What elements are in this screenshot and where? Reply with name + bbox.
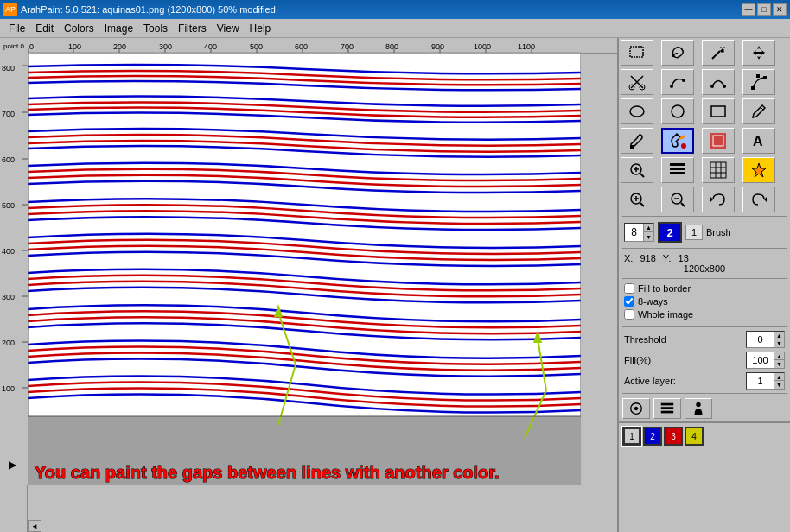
fill-percent-input[interactable]: 100 ▲ ▼	[746, 352, 785, 369]
layer-swatch-2[interactable]: 2	[643, 427, 662, 446]
curve-select-tool[interactable]	[661, 69, 694, 95]
undo-tool[interactable]	[702, 187, 735, 212]
svg-text:800: 800	[2, 64, 15, 73]
zoom-area-tool[interactable]	[621, 157, 653, 183]
menu-image[interactable]: Image	[99, 21, 138, 36]
pan-tool[interactable]	[661, 157, 694, 183]
svg-rect-74	[711, 106, 725, 117]
tools-row3	[619, 97, 790, 126]
svg-marker-93	[752, 163, 766, 177]
y-label: Y:	[663, 253, 672, 263]
magic-wand-tool[interactable]	[702, 40, 735, 66]
canvas-wrapper[interactable]: You can paint the gaps between lines wit…	[28, 54, 617, 532]
svg-text:600: 600	[295, 42, 308, 51]
ellipse-outline-tool[interactable]	[621, 98, 653, 124]
maximize-button[interactable]: □	[757, 3, 771, 16]
fill-percent-row: Fill(%) 100 ▲ ▼	[619, 350, 790, 370]
svg-point-65	[670, 85, 673, 88]
titlebar-left: AP ArahPaint 5.0.521: aquinas01.png (120…	[3, 3, 276, 16]
threshold-input[interactable]: 0 ▲ ▼	[746, 331, 785, 348]
active-color-swatch[interactable]: 2	[658, 222, 682, 243]
arc-select-tool[interactable]	[702, 69, 735, 95]
close-button[interactable]: ✕	[773, 3, 787, 16]
svg-point-77	[681, 143, 686, 149]
tools-row5	[619, 155, 790, 185]
svg-text:200: 200	[113, 42, 126, 51]
active-layer-input[interactable]: 1 ▲ ▼	[746, 372, 785, 390]
svg-rect-104	[661, 403, 673, 406]
layer-paint-icon-btn[interactable]	[622, 398, 650, 419]
svg-line-75	[761, 107, 763, 110]
node-edit-tool[interactable]	[742, 69, 775, 95]
layer-person-icon-btn[interactable]	[685, 398, 712, 419]
select-rect-tool[interactable]	[621, 40, 653, 66]
svg-rect-86	[670, 172, 685, 174]
zoom-out-tool[interactable]	[661, 187, 694, 212]
canvas-image[interactable]: You can paint the gaps between lines wit…	[28, 54, 581, 485]
svg-rect-69	[751, 86, 755, 90]
scroll-left-arrow[interactable]: ◄	[28, 520, 41, 532]
menu-tools[interactable]: Tools	[138, 21, 173, 36]
fill-percent-spinners[interactable]: ▲ ▼	[774, 352, 784, 368]
brush-size-down[interactable]: ▼	[643, 232, 653, 241]
fill-to-border-checkbox[interactable]	[624, 283, 634, 294]
ruler-corner: point 0	[0, 38, 28, 54]
lasso-tool[interactable]	[661, 40, 694, 66]
layer-swatch-4[interactable]: 4	[685, 427, 704, 446]
menu-view[interactable]: View	[212, 21, 245, 36]
layer-stack-icon-btn[interactable]	[653, 398, 681, 419]
menu-help[interactable]: Help	[245, 21, 277, 36]
fill-percent-down[interactable]: ▼	[774, 360, 784, 368]
redo-tool[interactable]	[742, 187, 775, 212]
x-value: 918	[640, 253, 655, 263]
layer-swatch-1[interactable]: 1	[622, 427, 641, 446]
svg-text:700: 700	[341, 42, 354, 51]
xy-coords: X: 918 Y: 13	[624, 253, 785, 263]
threshold-spinners[interactable]: ▲ ▼	[774, 332, 784, 347]
image-dimensions: 1200x800	[624, 263, 785, 274]
fill-color-tool[interactable]	[702, 128, 735, 154]
svg-line-95	[640, 203, 644, 206]
menu-edit[interactable]: Edit	[30, 21, 59, 36]
pencil-tool[interactable]	[742, 98, 775, 124]
fill-options: Fill to border 8-ways Whole image	[619, 281, 790, 325]
grid-tool[interactable]	[702, 157, 735, 183]
circle-outline-tool[interactable]	[661, 98, 694, 124]
star-tool[interactable]	[742, 157, 775, 183]
svg-text:1100: 1100	[518, 42, 535, 51]
svg-rect-70	[756, 74, 760, 78]
whole-image-checkbox[interactable]	[624, 309, 634, 320]
move-tool[interactable]	[742, 40, 775, 66]
eyedropper-tool[interactable]	[621, 128, 653, 154]
active-layer-down[interactable]: ▼	[774, 381, 784, 389]
text-tool[interactable]: A	[742, 128, 775, 154]
threshold-up[interactable]: ▲	[774, 332, 784, 339]
menu-filters[interactable]: Filters	[173, 21, 212, 36]
fill-bucket-tool[interactable]	[661, 128, 694, 154]
menu-file[interactable]: File	[3, 21, 30, 36]
active-layer-up[interactable]: ▲	[774, 373, 784, 381]
svg-rect-76	[630, 145, 634, 149]
minimize-button[interactable]: —	[742, 3, 755, 16]
svg-text:300: 300	[2, 293, 15, 301]
brush-size-spinners[interactable]: ▲ ▼	[643, 224, 653, 241]
layer-swatch-3[interactable]: 3	[664, 427, 683, 446]
zoom-in-tool[interactable]	[621, 187, 653, 212]
ways-8-checkbox[interactable]	[624, 296, 634, 307]
brush-size-input[interactable]: 8 ▲ ▼	[624, 223, 654, 242]
threshold-down[interactable]: ▼	[774, 339, 784, 347]
brush-size-up[interactable]: ▲	[643, 224, 653, 232]
ruler-left: 800 700 600 500 400 300 200 100 ▶	[0, 54, 28, 532]
main-container: point 0 0 100 200 300 400	[0, 38, 790, 532]
svg-line-59	[723, 51, 724, 52]
svg-text:▶: ▶	[9, 459, 17, 471]
rect-outline-tool[interactable]	[702, 98, 735, 124]
coordinates-display: X: 918 Y: 13 1200x800	[619, 250, 790, 276]
scissors-cross-tool[interactable]	[621, 69, 653, 95]
svg-point-67	[710, 85, 714, 88]
ruler-top: 0 100 200 300 400 500 600	[28, 38, 617, 54]
active-layer-spinners[interactable]: ▲ ▼	[774, 373, 784, 389]
menu-colors[interactable]: Colors	[59, 21, 99, 36]
fill-percent-up[interactable]: ▲	[774, 352, 784, 360]
threshold-label: Threshold	[624, 334, 746, 345]
